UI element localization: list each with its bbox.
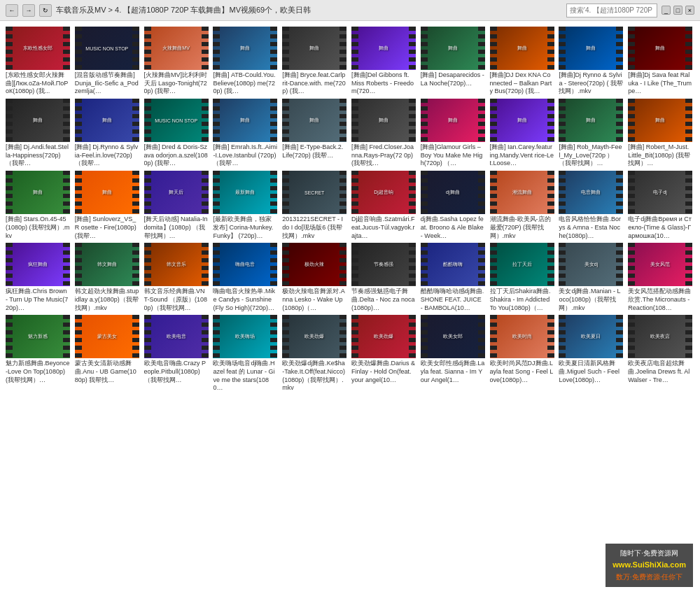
video-label: 极劲火辣电音舞派对.Anna Lesko - Wake Up(1080p)（… — [282, 288, 346, 312]
video-item[interactable]: 舞曲[舞曲]Dj Rynno & Sylvia - Stereo(720p) (… — [559, 27, 623, 96]
video-label: 蒙古美女清新动感舞曲.Anu - UB Game(1080p) 我帮找… — [75, 360, 139, 384]
video-label: 欧美电音嗨曲.Crazy People.Pitbull(1080p)（我帮找网… — [144, 360, 209, 384]
video-item[interactable]: 舞曲[舞曲] Bryce.feat.Carlp rit-Dance.with. … — [282, 27, 346, 96]
video-label: [舞曲] Desaparecidos - La Noche(720p)… — [421, 71, 485, 87]
video-item[interactable]: 欧美劲爆欧美劲爆dj舞曲.Ke$ha-Take.It.Off(feat.Nicc… — [282, 315, 346, 393]
video-item[interactable]: 舞曲[舞曲] Dj.Andi.feat.Stella-Happiness(720… — [6, 99, 70, 168]
video-item[interactable]: 电子dj电子dj舞曲Время и Стекло-(Time & Glass)-… — [628, 171, 692, 240]
video-item[interactable]: 极劲火辣极劲火辣电音舞派对.Anna Lesko - Wake Up(1080p… — [282, 243, 346, 312]
video-item[interactable]: 欧美时尚欧美时尚风范DJ舞曲.Layla feat Song - Feel Lo… — [490, 315, 554, 393]
window-controls: _ □ × — [662, 6, 694, 15]
video-item[interactable]: 舞曲[舞曲] Robert_M-Just.Little_Bit(1080p) (… — [628, 99, 692, 168]
video-item[interactable]: 东欧性感女郎[东欧性感女郎火辣舞曲][Люк.оZa-Мой.ПоРоК(108… — [6, 27, 70, 96]
video-item[interactable]: 韩文舞曲韩文超劲火辣舞曲.stupidlay a.y(1080p)（我帮找网）.… — [75, 243, 139, 312]
title-bar: ← → ↻ 车载音乐及MV > 4. 【超清1080P 720P 车载舞曲】MV… — [0, 0, 700, 21]
video-item[interactable]: 欧美嗨场欧美嗨场电音dj嗨曲.Hazel feat 的 Lunar - Give… — [213, 315, 277, 393]
video-item[interactable]: 美女风范美女风范搭配动感舞曲欣赏.The Micronauts - Reacti… — [628, 243, 692, 312]
video-item[interactable]: 电音舞曲电音风格恰恰舞曲.Borys & Amna - Esta Noche(1… — [559, 171, 623, 240]
nav-refresh-button[interactable]: ↻ — [39, 4, 52, 17]
video-item[interactable]: 舞曲[舞曲]Glamour Girls – Boy You Make Me Hi… — [421, 99, 485, 168]
video-item[interactable]: 最新舞曲[最新欧美舞曲，独家发布] Corina-Munkey. Funky】 … — [213, 171, 277, 240]
watermark-desc: 数万·免费资源·任你下 — [612, 572, 686, 583]
video-label: [舞曲] Robert_M-Just.Little_Bit(1080p) (我帮… — [628, 143, 692, 168]
watermark: 随时下·免费资源网 www.SuiShiXia.com 数万·免费资源·任你下 — [606, 544, 693, 587]
video-item[interactable]: 美女dj美女dj舞曲.Manian - Loco(1080p)（我帮找网）.mk… — [559, 243, 623, 312]
video-label: 潮流舞曲-欧美风-店的最爱(720P) (我帮找网）.mkv — [490, 215, 554, 240]
video-item[interactable]: 舞曲[舞曲]Del Gibbons ft. Miss Roberts - Fre… — [351, 27, 416, 96]
video-label: 欧美时尚风范DJ舞曲.Layla feat Song - Feel Love(1… — [490, 360, 554, 384]
video-label: [舞曲] Dj.Andi.feat.Stella-Happiness(720p)… — [6, 143, 70, 168]
video-item[interactable]: 舞曲[舞曲] Rob_Mayth-Feel_My_Love(720p ）（我帮找… — [559, 99, 623, 168]
video-item[interactable]: 舞曲[舞曲] ATB-Could.You.Believe(1080p) me(7… — [213, 27, 277, 96]
video-item[interactable]: 韩文音乐韩文音乐经典舞曲.VNT-Sound （原版）(1080p)（我帮找网… — [144, 243, 209, 312]
video-item[interactable]: 节奏感强节奏感强魅惑电子舞曲.Delta - Noc za noca(1080p… — [351, 243, 416, 312]
video-item[interactable]: 酷酷嗨嗨酷酷嗨嗨哈动感dj舞曲.SHONE FEAT. JUICE - BAMB… — [421, 243, 485, 312]
video-label: 韩文音乐经典舞曲.VNT-Sound （原版）(1080p)（我帮找网… — [144, 288, 209, 312]
video-label: [舞曲] Dj.Rynno & Sylvia-Feel.in.love(720p… — [75, 143, 139, 168]
video-item[interactable]: 舞曲[舞曲] Ian.Carey.featur ing.Mandy.Vent r… — [490, 99, 554, 168]
video-label: 欧美嗨场电音dj嗨曲.Hazel feat 的 Lunar - Give me … — [213, 360, 277, 393]
video-label: 魅力新感舞曲.Beyonce-Love On Top(1080p) (我帮找网）… — [6, 360, 70, 384]
video-item[interactable]: dj舞曲dj舞曲.Sasha Lopez feat. Broono & Ale … — [421, 171, 485, 240]
video-label: [舞曲]Dj Sava feat Raluka - I Like (The_Tr… — [628, 71, 692, 96]
video-label: 欧美劲爆舞曲.Darius & Finlay - Hold On(feat. y… — [351, 360, 416, 384]
nav-forward-button[interactable]: → — [22, 4, 35, 17]
video-item[interactable]: Dj超音响Dj超音响曲.Szatmári.Feat.Jucus-Túl.vagy… — [351, 171, 416, 240]
watermark-line1: 随时下·免费资源网 — [612, 548, 686, 559]
video-label: [火辣舞曲MV]比利利时天后 Lasgo-Tonight(720p) (我帮… — [144, 71, 209, 96]
video-label: [舞曲] Stars.On.45-45(1080p) (我帮找网）.mkv — [6, 215, 70, 240]
video-label: 欧美夜店电音超炫舞曲.Joelina Drews ft. Al Walser -… — [628, 360, 692, 384]
video-item[interactable]: 欧美夏日欧美夏日清新风格舞曲.Miguel Such - Feel Love(1… — [559, 315, 623, 393]
video-label: 欧美女郎性感dj舞曲.Layla feat. Sianna - Im Your … — [421, 360, 485, 384]
video-label: [舞曲] Bryce.feat.Carlp rit-Dance.with. me… — [282, 71, 346, 96]
video-label: [舞曲] Rob_Mayth-Feel_My_Love(720p ）（我帮找网）… — [559, 143, 623, 168]
video-item[interactable]: 欧美劲爆欧美劲爆舞曲.Darius & Finlay - Hold On(fea… — [351, 315, 416, 393]
video-item[interactable]: MUSIC NON STOP[混音版动感节奏舞曲] Dunja_Ilic-Sef… — [75, 27, 139, 96]
video-label: 电子dj舞曲Время и Стекло-(Time & Glass)-Гарм… — [628, 215, 692, 240]
video-item[interactable]: 嗨曲电音嗨曲电音火辣热单.Mike Candys - Sunshine (Fly… — [213, 243, 277, 312]
video-item[interactable]: 欧美女郎欧美女郎性感dj舞曲.Layla feat. Sianna - Im Y… — [421, 315, 485, 393]
video-item[interactable]: 舞天后[舞天后动感] Natalia-Indomita】(1080p) （我帮找… — [144, 171, 209, 240]
nav-back-button[interactable]: ← — [6, 4, 18, 17]
video-label: [舞曲] E-Type-Back.2.Life(720p) (我帮… — [282, 143, 346, 160]
video-item[interactable]: 欧美夜店欧美夜店电音超炫舞曲.Joelina Drews ft. Al Wals… — [628, 315, 692, 393]
video-label: [舞曲]DJ Dex KNA Connected – Balkan Party … — [490, 71, 554, 96]
video-label: 拉丁天后Shakira舞曲.Shakira - Im Addicted To Y… — [490, 288, 554, 312]
video-label: [舞曲] Emrah.Is.ft..Aimi-I.Love.Istanbul (… — [213, 143, 277, 168]
video-item[interactable]: MUSIC NON STOP[舞曲] Dred & Doris-Szava od… — [144, 99, 209, 168]
video-label: [舞曲]Glamour Girls – Boy You Make Me High… — [421, 143, 485, 168]
video-label: [东欧性感女郎火辣舞曲][Люк.оZa-Мой.ПоРоК(1080p) (我… — [6, 71, 70, 96]
close-button[interactable]: × — [685, 6, 694, 15]
video-label: [混音版动感节奏舞曲] Dunja_Ilic-Sefic a_Podzemlja… — [75, 71, 139, 96]
search-bar — [566, 3, 657, 17]
search-input[interactable] — [566, 3, 657, 17]
video-item[interactable]: SECRET20131221SECRET - I do I do[现场版6 (我… — [282, 171, 346, 240]
video-item[interactable]: 舞曲[舞曲] E-Type-Back.2.Life(720p) (我帮… — [282, 99, 346, 168]
breadcrumb-path: 车载音乐及MV > 4. 【超清1080P 720P 车载舞曲】MV视频69个，… — [56, 5, 562, 15]
video-item[interactable]: 舞曲[舞曲]Dj Sava feat Raluka - I Like (The_… — [628, 27, 692, 96]
video-item[interactable]: 拉丁天后拉丁天后Shakira舞曲.Shakira - Im Addicted … — [490, 243, 554, 312]
video-label: 20131221SECRET - I do I do[现场版6 (我帮找网）.m… — [282, 215, 346, 240]
video-label: 美女风范搭配动感舞曲欣赏.The Micronauts - Reaction(1… — [628, 288, 692, 312]
video-label: [舞曲] Fred.Closer.Joanna.Rays-Pray(72 0p)… — [351, 143, 416, 168]
video-item[interactable]: 舞曲[舞曲] Dj.Rynno & Sylvia-Feel.in.love(72… — [75, 99, 139, 168]
video-item[interactable]: 潮流舞曲潮流舞曲-欧美风-店的最爱(720P) (我帮找网）.mkv — [490, 171, 554, 240]
video-item[interactable]: 火辣舞曲MV[火辣舞曲MV]比利利时天后 Lasgo-Tonight(720p)… — [144, 27, 209, 96]
video-item[interactable]: 舞曲[舞曲] Desaparecidos - La Noche(720p)… — [421, 27, 485, 96]
video-label: 疯狂舞曲.Chris Brown - Turn Up The Music(720… — [6, 288, 70, 312]
minimize-button[interactable]: _ — [662, 6, 671, 15]
maximize-button[interactable]: □ — [673, 6, 682, 15]
video-item[interactable]: 疯狂舞曲疯狂舞曲.Chris Brown - Turn Up The Music… — [6, 243, 70, 312]
video-item[interactable]: 舞曲[舞曲] Fred.Closer.Joanna.Rays-Pray(72 0… — [351, 99, 416, 168]
video-item[interactable]: 舞曲[舞曲] Stars.On.45-45(1080p) (我帮找网）.mkv — [6, 171, 70, 240]
video-item[interactable]: 欧美电音欧美电音嗨曲.Crazy People.Pitbull(1080p)（我… — [144, 315, 209, 393]
video-item[interactable]: 舞曲[舞曲] Emrah.Is.ft..Aimi-I.Love.Istanbul… — [213, 99, 277, 168]
video-item[interactable]: 舞曲[舞曲]DJ Dex KNA Connected – Balkan Part… — [490, 27, 554, 96]
video-label: 欧美夏日清新风格舞曲.Miguel Such - Feel Love(1080p… — [559, 360, 623, 384]
video-label: 韩文超劲火辣舞曲.stupidlay a.y(1080p)（我帮找网）.mkv — [75, 288, 139, 312]
video-item[interactable]: 蒙古美女蒙古美女清新动感舞曲.Anu - UB Game(1080p) 我帮找… — [75, 315, 139, 393]
main-content: 东欧性感女郎[东欧性感女郎火辣舞曲][Люк.оZa-Мой.ПоРоК(108… — [0, 21, 700, 594]
video-item[interactable]: 舞曲[舞曲] Sunloverz_VS_R osette - Fire(1080… — [75, 171, 139, 240]
video-item[interactable]: 魅力新感魅力新感舞曲.Beyonce-Love On Top(1080p) (我… — [6, 315, 70, 393]
video-label: [舞曲] Ian.Carey.featur ing.Mandy.Vent ric… — [490, 143, 554, 168]
